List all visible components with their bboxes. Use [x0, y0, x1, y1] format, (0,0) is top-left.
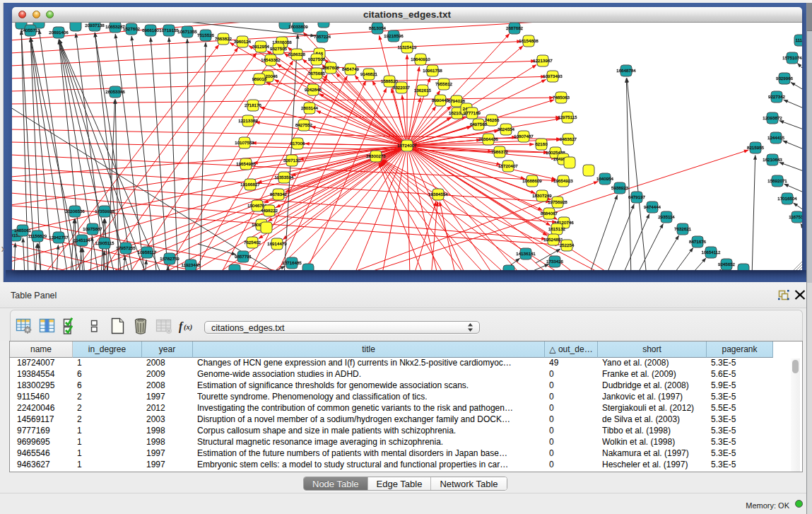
graph-edge[interactable] [35, 244, 37, 271]
graph-node[interactable]: 8454749 [342, 64, 360, 75]
graph-edge[interactable] [752, 156, 755, 271]
graph-node[interactable] [583, 165, 594, 176]
graph-edge[interactable] [12, 76, 546, 91]
new-column-icon[interactable] [105, 317, 129, 335]
graph-node[interactable]: 7632621 [674, 223, 692, 235]
column-header-title[interactable]: title [193, 341, 545, 358]
graph-node[interactable]: 1640954 [596, 173, 614, 185]
table-row[interactable]: 2242004622012Investigating the contribut… [10, 403, 802, 414]
graph-edge[interactable] [794, 203, 802, 210]
graph-edge[interactable] [57, 245, 58, 271]
table-selector-dropdown[interactable]: citations_edges.txt [204, 321, 480, 334]
graph-edge[interactable] [123, 256, 125, 271]
graph-edge[interactable] [411, 151, 495, 271]
select-all-icon[interactable] [59, 317, 82, 335]
graph-node[interactable]: 7663822 [215, 33, 233, 45]
graph-node[interactable]: 9227342 [768, 91, 786, 103]
graph-edge[interactable] [83, 248, 85, 271]
graph-node[interactable]: 8990448 [432, 95, 449, 106]
network-window-titlebar[interactable]: citations_edges.txt [12, 7, 802, 23]
graph-node[interactable] [503, 265, 514, 270]
graph-edge[interactable] [260, 107, 401, 144]
delete-column-icon[interactable] [129, 317, 152, 335]
network-graph[interactable]: 1405571320691406209371381065328715276026… [12, 23, 802, 270]
graph-node[interactable] [302, 264, 314, 270]
graph-edge[interactable] [654, 235, 679, 270]
graph-node[interactable]: 7485063 [553, 92, 570, 103]
graph-edge[interactable] [283, 149, 401, 239]
graph-node[interactable]: 10719155 [159, 25, 179, 36]
graph-node[interactable]: 15692071 [767, 175, 787, 187]
graph-edge[interactable] [12, 147, 401, 233]
graph-node[interactable]: 9146821 [360, 69, 378, 80]
graph-node[interactable]: 16210643 [763, 154, 782, 165]
graph-node[interactable]: 19384554 [428, 189, 448, 200]
graph-node[interactable]: 19654923 [553, 175, 573, 187]
graph-node[interactable]: 6966160 [142, 25, 160, 36]
panel-grip-icon[interactable]: ❯ [1, 246, 3, 251]
graph-edge[interactable] [689, 258, 706, 270]
graph-node[interactable]: 252254 [560, 240, 575, 251]
graph-edge[interactable] [90, 237, 93, 271]
graph-node[interactable]: 9857791 [235, 251, 252, 262]
graph-edge[interactable] [169, 37, 178, 270]
left-collapse-strip[interactable]: ❯ [0, 3, 4, 282]
graph-node[interactable] [738, 264, 749, 270]
row-height-icon[interactable] [82, 317, 105, 334]
graph-node[interactable]: 12093872 [763, 112, 782, 124]
graph-node[interactable]: 7515526 [197, 30, 215, 41]
graph-node[interactable]: 20364436 [478, 134, 498, 145]
graph-node[interactable]: 3267130 [283, 155, 301, 166]
graph-edge[interactable] [79, 248, 81, 271]
graph-node[interactable]: 19654985 [236, 158, 256, 170]
graph-node[interactable]: 8684067 [541, 208, 558, 219]
float-panel-icon[interactable] [777, 288, 791, 301]
graph-node[interactable]: 1244415 [767, 132, 785, 144]
graph-node[interactable]: 19166827 [240, 179, 260, 190]
graph-node[interactable]: 7986372 [491, 146, 509, 158]
graph-node[interactable]: 1167533 [789, 211, 802, 223]
graph-node[interactable]: 1145194 [73, 235, 90, 246]
graph-node[interactable]: 7955812 [435, 78, 453, 90]
column-header-in-degree[interactable]: in_degree [73, 341, 142, 358]
column-header-pagerank[interactable]: pagerank [707, 341, 773, 358]
table-vertical-scrollbar[interactable] [791, 358, 800, 472]
graph-edge[interactable] [115, 34, 145, 270]
graph-edge[interactable] [784, 184, 802, 192]
graph-edge[interactable] [797, 63, 802, 69]
graph-node[interactable]: 16033809 [288, 23, 308, 33]
graph-node[interactable]: 18640910 [411, 54, 430, 65]
scrollbar-thumb[interactable] [792, 360, 799, 373]
graph-edge[interactable] [200, 42, 206, 270]
graph-node[interactable]: 2687682 [506, 23, 524, 34]
graph-edge[interactable] [779, 163, 802, 171]
graph-edge[interactable] [155, 148, 401, 270]
graph-node[interactable]: 16648784 [616, 65, 636, 76]
graph-node[interactable] [318, 23, 329, 28]
graph-node[interactable]: 9463627 [560, 134, 577, 145]
graph-node[interactable]: 9474444 [644, 201, 661, 213]
column-header-name[interactable]: name [10, 341, 73, 358]
table-row[interactable]: 1938455462009Genome-wide association stu… [10, 369, 802, 380]
table-row[interactable]: 1830029562008Estimation of significance … [10, 380, 802, 392]
graph-node[interactable]: 5938923 [611, 182, 629, 194]
graph-node[interactable]: 15751074 [782, 52, 802, 64]
graph-node[interactable]: 989016 [252, 74, 267, 85]
graph-node[interactable]: 16782759 [160, 253, 180, 264]
graph-edge[interactable] [14, 243, 16, 271]
table-row[interactable]: 969969511998Structural magnetic resonanc… [10, 437, 802, 448]
table-row[interactable]: 977716911998Corpus callosum shape and si… [10, 426, 802, 437]
graph-edge[interactable] [322, 78, 402, 142]
graph-node[interactable]: 1112 [794, 35, 802, 46]
tab-edge-table[interactable]: Edge Table [368, 477, 432, 490]
window-resize-grip[interactable] [794, 262, 802, 270]
table-row[interactable]: 1456911722003Disruption of a novel membe… [10, 414, 802, 426]
function-builder-icon[interactable]: f(x) [175, 318, 199, 334]
graph-edge[interactable] [12, 257, 88, 270]
graph-node[interactable]: 16154808 [519, 35, 539, 47]
graph-edge[interactable] [379, 163, 445, 270]
graph-node[interactable] [229, 264, 240, 270]
graph-edge[interactable] [12, 98, 554, 104]
graph-edge[interactable] [779, 121, 802, 129]
graph-node[interactable]: 14136141 [516, 248, 536, 259]
